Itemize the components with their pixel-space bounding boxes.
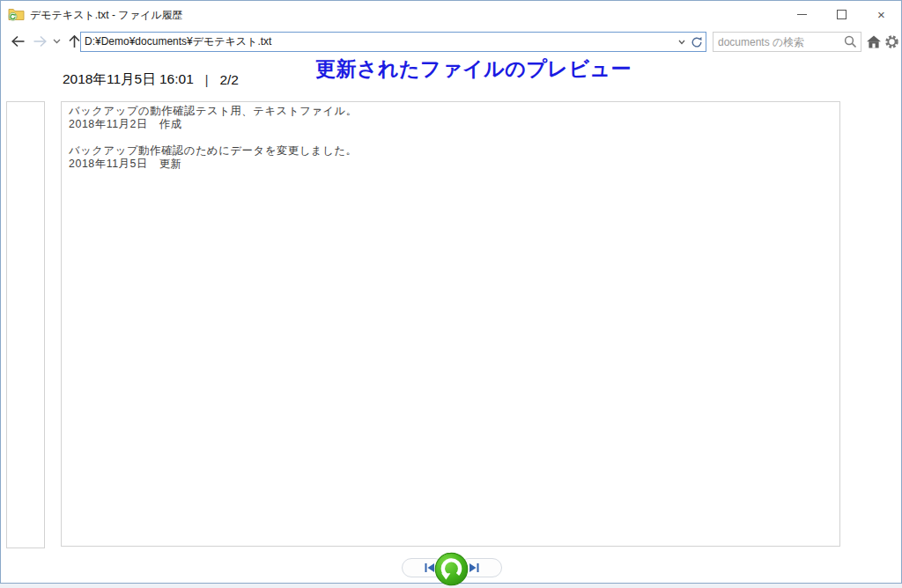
window-controls: × [782,1,901,27]
maximize-button[interactable] [822,1,861,27]
search-input[interactable] [718,33,837,51]
address-input[interactable] [85,33,662,51]
search-icon[interactable] [844,35,857,48]
up-arrow-icon [68,34,81,48]
settings-button[interactable] [883,29,900,54]
header-separator: | [205,73,209,87]
navigation-toolbar [1,29,901,54]
minimize-icon [797,14,807,15]
home-icon [867,35,881,48]
minimize-button[interactable] [782,1,822,27]
version-page-indicator: 2/2 [219,72,239,88]
recent-locations-button[interactable] [50,29,63,54]
close-icon: × [877,8,885,21]
back-button[interactable] [8,29,27,54]
window-title: デモテキスト.txt - ファイル履歴 [30,8,182,23]
version-datetime: 2018年11月5日 16:01 [63,70,194,89]
restore-circle [435,553,467,584]
file-preview-pane: バックアップの動作確認テスト用、テキストファイル。 2018年11月2日 作成 … [61,101,840,547]
next-version-icon [469,563,479,572]
file-preview-text: バックアップの動作確認テスト用、テキストファイル。 2018年11月2日 作成 … [62,102,839,173]
annotation-text: 更新されたファイルのプレビュー [315,55,632,83]
close-button[interactable]: × [861,1,901,27]
back-arrow-icon [11,35,26,48]
refresh-icon [691,36,703,48]
previous-version-peek [6,101,45,548]
chevron-down-icon [53,39,61,44]
home-button[interactable] [865,29,883,54]
file-history-app-icon [8,6,25,21]
address-dropdown-icon[interactable] [676,38,687,47]
maximize-icon [837,10,847,19]
restore-button[interactable] [434,552,469,586]
file-history-window: デモテキスト.txt - ファイル履歴 × [0,0,902,584]
gear-icon [884,34,899,49]
forward-button[interactable] [30,29,49,54]
address-bar[interactable] [80,32,690,52]
search-box[interactable] [713,32,861,52]
forward-arrow-icon [33,35,48,48]
refresh-button[interactable] [688,32,706,52]
version-header: 2018年11月5日 16:01 | 2/2 [63,70,239,89]
titlebar: デモテキスト.txt - ファイル履歴 × [1,1,901,27]
